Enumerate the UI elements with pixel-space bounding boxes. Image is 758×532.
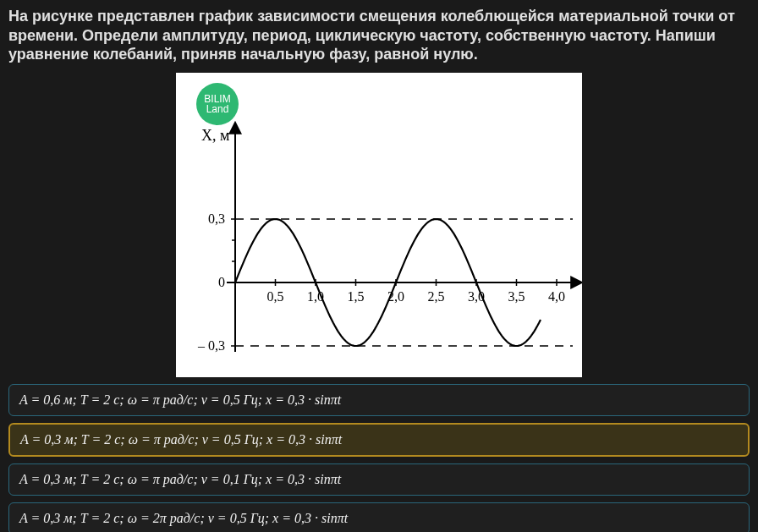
answer-option-1[interactable]: A = 0,3 м; T = 2 с; ω = π рад/с; ν = 0,5… xyxy=(8,423,750,457)
svg-text:0,5: 0,5 xyxy=(267,289,284,304)
svg-text:4,0: 4,0 xyxy=(548,289,565,304)
bilim-logo: BILIM Land xyxy=(196,83,239,125)
chart-figure: BILIM Land Х, мt, с– 0,300,30,51,01,52,0… xyxy=(176,73,582,377)
answer-option-2[interactable]: A = 0,3 м; T = 2 с; ω = π рад/с; ν = 0,1… xyxy=(8,463,750,496)
svg-text:2,5: 2,5 xyxy=(428,289,445,304)
question-prompt: На рисунке представлен график зависимост… xyxy=(8,7,750,64)
svg-text:3,5: 3,5 xyxy=(508,289,525,304)
svg-text:1,5: 1,5 xyxy=(348,289,365,304)
answer-option-3[interactable]: A = 0,3 м; T = 2 с; ω = 2π рад/с; ν = 0,… xyxy=(8,502,750,533)
svg-text:0: 0 xyxy=(218,275,225,289)
sine-chart: Х, мt, с– 0,300,30,51,01,52,02,53,03,54,… xyxy=(176,73,582,377)
svg-text:0,3: 0,3 xyxy=(208,211,225,226)
bilim-line2: Land xyxy=(206,104,229,114)
svg-text:Х, м: Х, м xyxy=(201,127,229,144)
svg-text:– 0,3: – 0,3 xyxy=(197,338,225,353)
bilim-line1: BILIM xyxy=(204,94,230,104)
answer-option-0[interactable]: A = 0,6 м; T = 2 с; ω = π рад/с; ν = 0,5… xyxy=(8,384,750,416)
answer-options: A = 0,6 м; T = 2 с; ω = π рад/с; ν = 0,5… xyxy=(8,384,750,533)
